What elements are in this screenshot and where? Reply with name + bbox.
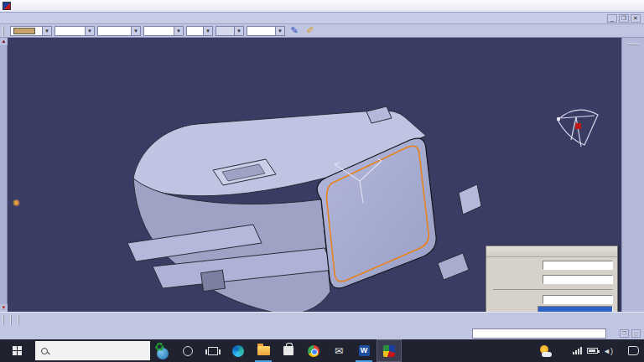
- toolbar-grip[interactable]: [10, 315, 13, 325]
- chevron-down-icon: ▼: [85, 27, 94, 35]
- toolbar-grip[interactable]: [3, 315, 5, 325]
- chevron-down-icon: ▼: [275, 27, 284, 35]
- cortana-button[interactable]: [175, 339, 200, 362]
- menu-bar: _ ❐ ✕: [0, 13, 644, 24]
- thickness-dropdown[interactable]: ▼: [143, 26, 184, 36]
- speaker-icon[interactable]: ◄): [603, 347, 613, 355]
- main-area: ✺: [0, 38, 644, 312]
- representation-field[interactable]: [543, 275, 613, 284]
- chevron-down-icon: ▼: [131, 27, 140, 35]
- title-bar: [0, 0, 644, 13]
- chevron-down-icon: ▼: [203, 27, 212, 35]
- point-field[interactable]: [543, 295, 613, 304]
- taskbar-item-recycle-app[interactable]: ♻: [150, 339, 175, 362]
- battery-icon[interactable]: [587, 348, 598, 354]
- latch-slot: [201, 270, 226, 291]
- scroll-down-icon[interactable]: ▼: [0, 304, 8, 312]
- toolbar-grip[interactable]: [3, 26, 5, 36]
- store-icon: [283, 346, 293, 355]
- render-style-dropdown: ▼: [216, 26, 244, 36]
- view-compass[interactable]: [551, 101, 606, 157]
- group-separator-line: [493, 289, 613, 290]
- paintbrush-icon[interactable]: ✎: [288, 24, 301, 37]
- chevron-down-icon: ▼: [174, 27, 183, 35]
- task-view-icon: [208, 347, 218, 355]
- color-swatch: [13, 28, 35, 34]
- search-icon: [41, 348, 48, 354]
- point-symbol-dropdown[interactable]: ▼: [186, 26, 213, 36]
- network-icon[interactable]: [573, 347, 582, 354]
- right-tab: [459, 184, 481, 215]
- dialog-title-bar[interactable]: [486, 246, 617, 257]
- start-button[interactable]: [0, 339, 34, 362]
- word-icon: W: [359, 345, 370, 356]
- tree-node-publication[interactable]: ✺: [11, 195, 23, 210]
- standard-toolbar: [0, 312, 644, 328]
- tree-scrollbar[interactable]: ▲ ▼: [0, 38, 8, 312]
- catia-taskbar-icon: [383, 345, 395, 357]
- line-type-dropdown[interactable]: ▼: [97, 26, 141, 36]
- mail-icon: ✉: [335, 345, 343, 357]
- wizard-icon[interactable]: ✐: [304, 24, 317, 37]
- mdi-close-button[interactable]: ✕: [631, 14, 641, 23]
- layer-dropdown[interactable]: ▼: [247, 26, 285, 36]
- scroll-up-icon[interactable]: ▲: [0, 38, 8, 45]
- status-button-2[interactable]: ◱: [631, 329, 641, 338]
- catia-window: _ ❐ ✕ ▼ ▼ ▼ ▼ ▼ ▼ ▼ ✎ ✐: [0, 0, 644, 362]
- chrome-icon: [308, 345, 319, 357]
- weather-icon: [539, 345, 553, 357]
- name-field[interactable]: [543, 261, 613, 270]
- mdi-window-controls: _ ❐ ✕: [607, 14, 644, 23]
- taskbar-item-store[interactable]: [276, 339, 301, 362]
- right-lower-tab: [438, 253, 469, 280]
- task-view-button[interactable]: [200, 339, 226, 362]
- taskbar-item-mail[interactable]: ✉: [326, 339, 351, 362]
- chevron-down-icon: ▼: [42, 27, 51, 35]
- status-bar: ❐ ◱: [0, 328, 644, 339]
- taskbar-item-edge[interactable]: [226, 339, 251, 362]
- mdi-restore-button[interactable]: ❐: [619, 14, 629, 23]
- power-input-field[interactable]: [472, 328, 606, 339]
- right-toolbar: [621, 38, 644, 312]
- notification-center-icon[interactable]: [628, 346, 639, 355]
- taskbar-item-chrome[interactable]: [301, 339, 326, 362]
- windows-logo-icon: [13, 346, 22, 355]
- file-explorer-icon: [257, 346, 270, 355]
- taskbar-item-catia[interactable]: [377, 339, 402, 362]
- edge-icon: [232, 345, 244, 357]
- compass-handle[interactable]: [575, 123, 581, 129]
- taskbar-item-word[interactable]: W: [351, 339, 377, 362]
- cortana-icon: [183, 346, 193, 356]
- chevron-down-icon: ▼: [234, 27, 243, 35]
- catia-app-icon: [3, 2, 11, 10]
- taskbar-search-input[interactable]: [35, 341, 150, 360]
- windows-taskbar: ♻ ✉ W ◄): [0, 339, 644, 362]
- line-weight-dropdown[interactable]: ▼: [55, 26, 95, 36]
- graphic-properties-toolbar: ▼ ▼ ▼ ▼ ▼ ▼ ▼ ✎ ✐: [0, 24, 644, 38]
- toolbar-grip[interactable]: [18, 315, 20, 325]
- connector-3d-model[interactable]: [115, 99, 484, 312]
- fill-color-dropdown[interactable]: ▼: [10, 26, 52, 36]
- recycle-icon: ♻: [154, 340, 165, 354]
- taskbar-item-explorer[interactable]: [251, 339, 276, 362]
- mdi-minimize-button[interactable]: _: [607, 14, 617, 23]
- publication-icon: ✺: [11, 198, 21, 208]
- system-tray: ◄): [539, 345, 644, 357]
- toolbar-grip[interactable]: [627, 44, 639, 46]
- status-button-1[interactable]: ❐: [620, 329, 629, 338]
